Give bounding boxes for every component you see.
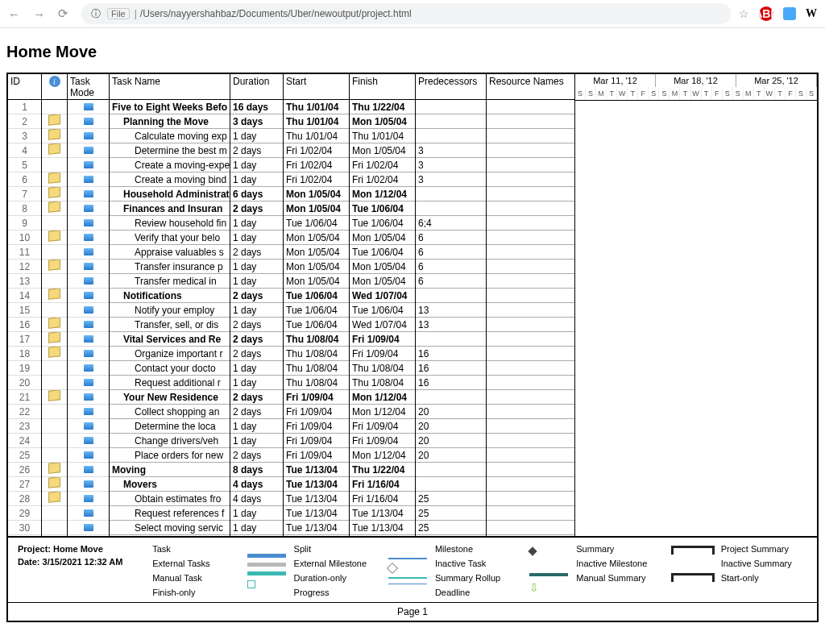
cell-taskname[interactable]: Moving: [110, 463, 230, 477]
cell-taskname[interactable]: Movers: [110, 477, 230, 492]
cell-duration[interactable]: 1 day: [230, 506, 283, 521]
cell-mode[interactable]: [68, 506, 109, 521]
cell-pred[interactable]: 20: [416, 405, 486, 419]
cell-duration[interactable]: 2 days: [230, 347, 283, 361]
cell-mode[interactable]: [68, 332, 109, 347]
cell-taskname[interactable]: Request references f: [110, 506, 230, 521]
cell-taskname[interactable]: Verify that your belo: [110, 231, 230, 245]
cell-taskname[interactable]: Your New Residence: [110, 390, 230, 405]
cell-duration[interactable]: 8 days: [230, 463, 283, 477]
cell-id[interactable]: 14: [8, 289, 41, 303]
cell-start[interactable]: Mon 1/05/04: [284, 231, 349, 245]
cell-start[interactable]: Tue 1/13/04: [284, 477, 349, 492]
cell-finish[interactable]: Tue 1/06/04: [350, 202, 415, 216]
cell-duration[interactable]: 1 day: [230, 419, 283, 434]
cell-mode[interactable]: [68, 143, 109, 158]
cell-id[interactable]: 3: [8, 129, 41, 143]
cell-res[interactable]: [487, 318, 574, 332]
cell-taskname[interactable]: Notifications: [110, 289, 230, 303]
cell-finish[interactable]: Tue 1/13/04: [350, 521, 415, 535]
cell-pred[interactable]: 3: [416, 172, 486, 187]
cell-res[interactable]: [487, 216, 574, 231]
cell-res[interactable]: [487, 187, 574, 202]
cell-mode[interactable]: [68, 187, 109, 202]
cell-finish[interactable]: Tue 1/13/04: [350, 506, 415, 521]
cell-finish[interactable]: Fri 1/16/04: [350, 492, 415, 506]
cell-start[interactable]: Thu 1/01/04: [284, 100, 349, 114]
cell-start[interactable]: Tue 1/13/04: [284, 463, 349, 477]
cell-duration[interactable]: 3 days: [230, 114, 283, 129]
cell-mode[interactable]: [68, 158, 109, 172]
cell-pred[interactable]: 6: [416, 245, 486, 260]
cell-duration[interactable]: 2 days: [230, 448, 283, 463]
cell-start[interactable]: Mon 1/05/04: [284, 274, 349, 289]
cell-pred[interactable]: 6: [416, 231, 486, 245]
cell-start[interactable]: Fri 1/09/04: [284, 390, 349, 405]
cell-mode[interactable]: [68, 274, 109, 289]
cell-res[interactable]: [487, 114, 574, 129]
cell-taskname[interactable]: Finances and Insuran: [110, 202, 230, 216]
cell-info[interactable]: [42, 114, 67, 129]
cell-start[interactable]: Thu 1/08/04: [284, 376, 349, 390]
cell-taskname[interactable]: Create a moving bind: [110, 172, 230, 187]
cell-finish[interactable]: Mon 1/12/04: [350, 390, 415, 405]
cell-finish[interactable]: Tue 1/06/04: [350, 245, 415, 260]
cell-pred[interactable]: [416, 332, 486, 347]
cell-res[interactable]: [487, 289, 574, 303]
cell-info[interactable]: [42, 434, 67, 448]
cell-finish[interactable]: Thu 1/08/04: [350, 376, 415, 390]
cell-pred[interactable]: [416, 114, 486, 129]
cell-pred[interactable]: 13: [416, 303, 486, 318]
cell-start[interactable]: Fri 1/09/04: [284, 434, 349, 448]
cell-id[interactable]: 6: [8, 172, 41, 187]
cell-info[interactable]: [42, 260, 67, 274]
cell-mode[interactable]: [68, 390, 109, 405]
cell-taskname[interactable]: Change drivers/veh: [110, 434, 230, 448]
cell-duration[interactable]: 6 days: [230, 187, 283, 202]
cell-duration[interactable]: 2 days: [230, 143, 283, 158]
cell-taskname[interactable]: Place orders for new: [110, 448, 230, 463]
cell-start[interactable]: Mon 1/05/04: [284, 245, 349, 260]
cell-info[interactable]: [42, 245, 67, 260]
cell-taskname[interactable]: Transfer insurance p: [110, 260, 230, 274]
cell-pred[interactable]: [416, 477, 486, 492]
cell-start[interactable]: Fri 1/09/04: [284, 448, 349, 463]
cell-start[interactable]: Fri 1/02/04: [284, 143, 349, 158]
cell-id[interactable]: 1: [8, 100, 41, 114]
cell-res[interactable]: [487, 129, 574, 143]
cell-taskname[interactable]: Household Administratio: [110, 187, 230, 202]
cell-taskname[interactable]: Transfer medical in: [110, 274, 230, 289]
cell-res[interactable]: [487, 202, 574, 216]
cell-info[interactable]: [42, 158, 67, 172]
forward-icon[interactable]: →: [33, 7, 45, 21]
cell-id[interactable]: 22: [8, 405, 41, 419]
cell-duration[interactable]: 1 day: [230, 303, 283, 318]
cell-start[interactable]: Tue 1/13/04: [284, 506, 349, 521]
cell-mode[interactable]: [68, 463, 109, 477]
cell-pred[interactable]: 3: [416, 158, 486, 172]
cell-id[interactable]: 10: [8, 231, 41, 245]
cell-id[interactable]: 8: [8, 202, 41, 216]
cell-info[interactable]: [42, 405, 67, 419]
cell-finish[interactable]: Fri 1/09/04: [350, 434, 415, 448]
cell-taskname[interactable]: Planning the Move: [110, 114, 230, 129]
cell-start[interactable]: Mon 1/05/04: [284, 202, 349, 216]
abp-icon[interactable]: ABP: [759, 6, 773, 21]
cell-info[interactable]: [42, 376, 67, 390]
cell-mode[interactable]: [68, 303, 109, 318]
cell-finish[interactable]: Mon 1/05/04: [350, 231, 415, 245]
cell-duration[interactable]: 2 days: [230, 390, 283, 405]
cell-pred[interactable]: [416, 463, 486, 477]
cell-finish[interactable]: Mon 1/12/04: [350, 187, 415, 202]
cell-finish[interactable]: Tue 1/06/04: [350, 216, 415, 231]
cell-mode[interactable]: [68, 521, 109, 535]
cell-start[interactable]: Thu 1/08/04: [284, 332, 349, 347]
cell-duration[interactable]: 1 day: [230, 231, 283, 245]
cell-duration[interactable]: 1 day: [230, 274, 283, 289]
cell-taskname[interactable]: Determine the best m: [110, 143, 230, 158]
cell-id[interactable]: 19: [8, 361, 41, 376]
cell-id[interactable]: 27: [8, 477, 41, 492]
cell-mode[interactable]: [68, 245, 109, 260]
cell-duration[interactable]: 4 days: [230, 477, 283, 492]
cell-finish[interactable]: Fri 1/09/04: [350, 419, 415, 434]
